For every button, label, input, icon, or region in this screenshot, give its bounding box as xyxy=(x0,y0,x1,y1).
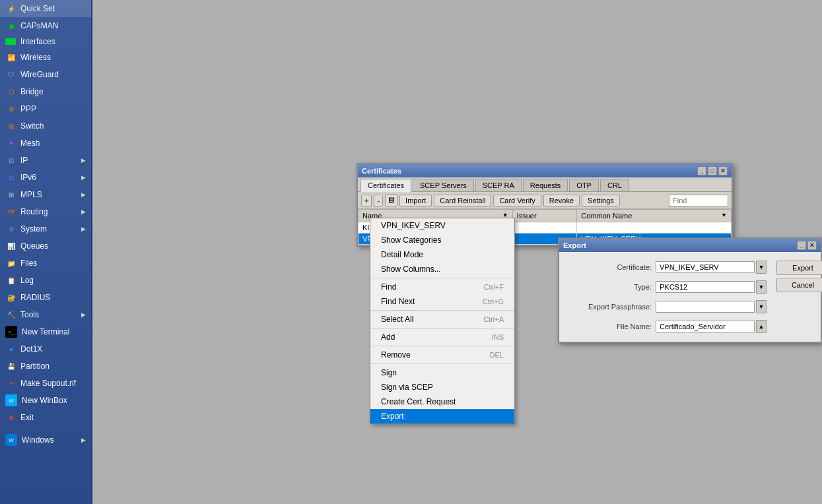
filter-button[interactable]: ⊟ xyxy=(385,194,397,206)
interfaces-icon xyxy=(5,38,16,45)
ip-arrow: ▶ xyxy=(81,157,86,164)
certificate-dropdown-arrow[interactable]: ▼ xyxy=(756,261,767,274)
titlebar-buttons: _ □ ✕ xyxy=(697,166,728,175)
sidebar-item-wireguard[interactable]: 🛡 WireGuard xyxy=(0,66,91,83)
quickset-icon: ⚡ xyxy=(5,3,17,15)
ctx-select-all[interactable]: Select All Ctrl+A xyxy=(370,312,514,327)
tab-scep-servers[interactable]: SCEP Servers xyxy=(413,179,474,191)
sidebar-item-tools[interactable]: 🔨 Tools ▶ xyxy=(0,306,91,323)
sidebar-item-quickset[interactable]: ⚡ Quick Set xyxy=(0,0,91,17)
ctx-selectall-shortcut: Ctrl+A xyxy=(483,315,504,323)
ctx-create-cert-request[interactable]: Create Cert. Request xyxy=(370,394,514,409)
ctx-sign-via-scep[interactable]: Sign via SCEP xyxy=(370,380,514,394)
passphrase-dropdown-arrow[interactable]: ▼ xyxy=(756,300,767,313)
type-row: Type: ▼ xyxy=(559,277,773,297)
system-arrow: ▶ xyxy=(81,226,86,232)
sidebar-item-ppp[interactable]: ⚙ PPP xyxy=(0,100,91,117)
close-button[interactable]: ✕ xyxy=(718,166,728,175)
certificates-title: Certificates xyxy=(362,167,401,175)
ctx-show-categories[interactable]: Show Categories xyxy=(370,233,514,247)
tab-otp[interactable]: OTP xyxy=(569,179,599,191)
ctx-find-next[interactable]: Find Next Ctrl+G xyxy=(370,294,514,309)
filename-wrapper: ▲ xyxy=(656,320,767,333)
partition-icon: 💾 xyxy=(5,360,17,372)
sidebar-item-radius[interactable]: 🔐 RADIUS xyxy=(0,289,91,306)
tab-requests[interactable]: Requests xyxy=(523,179,568,191)
sidebar: ⚡ Quick Set ▣ CAPsMAN Interfaces 📶 Wirel… xyxy=(0,0,92,504)
export-close-button[interactable]: ✕ xyxy=(807,241,817,250)
ctx-remove[interactable]: Remove DEL xyxy=(370,348,514,362)
tab-bar: Certificates SCEP Servers SCEP RA Reques… xyxy=(358,177,732,192)
export-window: Export _ ✕ Certificate: ▼ Type: xyxy=(558,237,822,343)
card-verify-button[interactable]: Card Verify xyxy=(493,195,541,206)
certificate-input[interactable] xyxy=(656,261,755,273)
sidebar-item-newwinbox[interactable]: W New WinBox xyxy=(0,392,91,409)
sidebar-item-files[interactable]: 📁 Files xyxy=(0,255,91,272)
sidebar-item-switch[interactable]: ⊞ Switch xyxy=(0,117,91,135)
main-area: Certificates _ □ ✕ Certificates SCEP Ser… xyxy=(92,0,822,504)
sidebar-item-mesh[interactable]: ✦ Mesh xyxy=(0,135,91,152)
revoke-button[interactable]: Revoke xyxy=(543,195,580,206)
files-icon: 📁 xyxy=(5,257,17,269)
wireless-icon: 📶 xyxy=(5,51,17,63)
sidebar-item-interfaces[interactable]: Interfaces xyxy=(0,34,91,49)
ctx-add-shortcut: INS xyxy=(492,333,504,341)
type-input[interactable] xyxy=(656,281,755,293)
sidebar-item-bridge[interactable]: ⬡ Bridge xyxy=(0,83,91,100)
ctx-find-shortcut: Ctrl+F xyxy=(484,283,504,291)
sidebar-item-dot1x[interactable]: ● Dot1X xyxy=(0,340,91,358)
filename-up-arrow[interactable]: ▲ xyxy=(756,320,767,333)
type-select-wrapper: ▼ xyxy=(656,280,767,294)
sidebar-item-wireless[interactable]: 📶 Wireless xyxy=(0,49,91,66)
type-dropdown-arrow[interactable]: ▼ xyxy=(756,280,767,294)
sidebar-item-ip[interactable]: ⊡ IP ▶ xyxy=(0,152,91,169)
import-button[interactable]: Import xyxy=(399,195,432,206)
sidebar-item-windows[interactable]: W Windows ▶ xyxy=(0,431,91,449)
search-input[interactable] xyxy=(669,195,728,206)
tab-certificates[interactable]: Certificates xyxy=(360,179,411,192)
sidebar-divider xyxy=(0,426,91,431)
ctx-findnext-shortcut: Ctrl+G xyxy=(483,298,504,305)
cell-common-name xyxy=(577,222,732,234)
export-titlebar: Export _ ✕ xyxy=(559,239,821,252)
sidebar-item-system[interactable]: ⚙ System ▶ xyxy=(0,220,91,237)
sidebar-item-ipv6[interactable]: ⊡ IPv6 ▶ xyxy=(0,169,91,186)
col-common-name[interactable]: Common Name ▼ xyxy=(577,210,732,222)
filename-input[interactable] xyxy=(656,321,755,332)
sidebar-item-newterminal[interactable]: >_ New Terminal xyxy=(0,323,91,340)
export-button[interactable]: Export xyxy=(776,261,822,275)
ctx-vpn-header[interactable]: VPN_IKEV_SERV xyxy=(370,218,514,233)
sidebar-item-makesupout[interactable]: ✦ Make Supout.rif xyxy=(0,375,91,392)
export-titlebar-buttons: _ ✕ xyxy=(797,241,817,250)
cancel-button[interactable]: Cancel xyxy=(776,278,822,292)
sidebar-item-capsman[interactable]: ▣ CAPsMAN xyxy=(0,17,91,34)
add-button[interactable]: + xyxy=(361,195,372,206)
ctx-find[interactable]: Find Ctrl+F xyxy=(370,280,514,294)
export-title: Export xyxy=(563,241,586,249)
sidebar-item-partition[interactable]: 💾 Partition xyxy=(0,358,91,375)
maximize-button[interactable]: □ xyxy=(708,166,717,175)
sidebar-item-exit[interactable]: ✖ Exit xyxy=(0,409,91,426)
ctx-add[interactable]: Add INS xyxy=(370,330,514,344)
ctx-export[interactable]: Export xyxy=(370,409,514,424)
tab-scep-ra[interactable]: SCEP RA xyxy=(475,179,522,191)
passphrase-input[interactable] xyxy=(656,301,755,313)
sidebar-item-mpls[interactable]: ⊞ MPLS ▶ xyxy=(0,186,91,203)
sidebar-item-routing[interactable]: 🗺 Routing ▶ xyxy=(0,203,91,220)
tab-crl[interactable]: CRL xyxy=(600,179,629,191)
mpls-arrow: ▶ xyxy=(81,191,86,198)
export-actions: Export Cancel xyxy=(773,257,822,336)
ctx-show-columns[interactable]: Show Columns... xyxy=(370,262,514,276)
ctx-sign[interactable]: Sign xyxy=(370,365,514,380)
ctx-detail-mode[interactable]: Detail Mode xyxy=(370,247,514,262)
cell-issuer xyxy=(512,222,577,234)
system-icon: ⚙ xyxy=(5,223,17,235)
remove-button[interactable]: - xyxy=(374,195,383,206)
sidebar-item-queues[interactable]: 📊 Queues xyxy=(0,237,91,255)
settings-button[interactable]: Settings xyxy=(582,195,620,206)
card-reinstall-button[interactable]: Card Reinstall xyxy=(434,195,491,206)
minimize-button[interactable]: _ xyxy=(697,166,706,175)
col-issuer[interactable]: Issuer xyxy=(512,210,577,222)
export-minimize-button[interactable]: _ xyxy=(797,241,806,250)
sidebar-item-log[interactable]: 📋 Log xyxy=(0,272,91,289)
